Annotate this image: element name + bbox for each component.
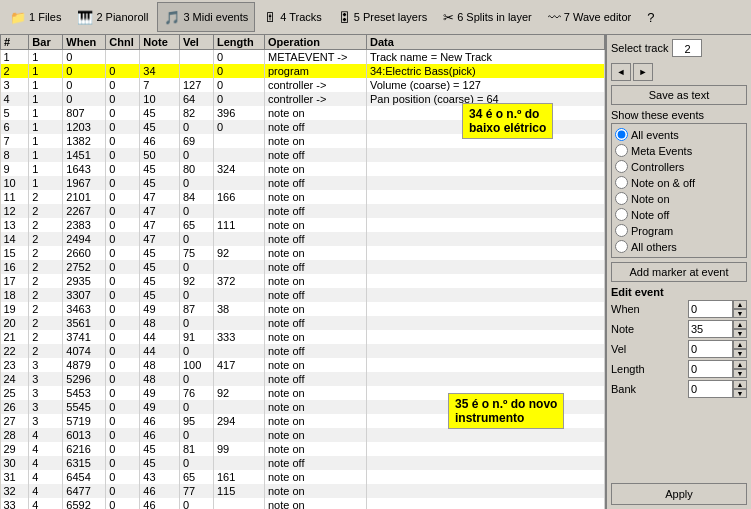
table-row[interactable]: 26355450490note on [1,400,605,414]
track-number: 2 [672,39,702,57]
show-events-label: Show these events [611,109,747,121]
table-row[interactable]: 12222670470note off [1,204,605,218]
table-row[interactable]: 2100340program34:Electric Bass(pick) [1,64,605,78]
col-header-note: Note [140,35,180,50]
radio-input-note_on_off[interactable] [615,176,628,189]
radio-input-program[interactable] [615,224,628,237]
toolbar-item-preset[interactable]: 🎛5 Preset layers [331,2,434,32]
radio-label-program: Program [631,225,673,237]
track-next-button[interactable]: ► [633,63,653,81]
edit-row-when: When▲▼ [611,300,747,318]
col-header-when: When [63,35,106,50]
toolbar-item-help[interactable]: ? [640,2,664,32]
spin-up-vel[interactable]: ▲ [733,340,747,349]
save-as-text-button[interactable]: Save as text [611,85,747,105]
radio-all_others[interactable]: All others [615,239,743,254]
table-scroll-area[interactable]: #BarWhenChnlNoteVelLengthOperationData 1… [0,35,605,509]
edit-input-length[interactable] [688,360,733,378]
radio-input-all_events[interactable] [615,128,628,141]
table-row[interactable]: 30463150450note off [1,456,605,470]
table-row[interactable]: 16227520450note off [1,260,605,274]
edit-row-bank: Bank▲▼ [611,380,747,398]
radio-program[interactable]: Program [615,223,743,238]
pianoroll-icon: 🎹 [77,10,93,25]
edit-input-note[interactable] [688,320,733,338]
track-prev-button[interactable]: ◄ [611,63,631,81]
edit-label-length: Length [611,363,651,375]
apply-button[interactable]: Apply [611,483,747,505]
edit-label-vel: Vel [611,343,651,355]
table-row[interactable]: 212374104491333note on [1,330,605,344]
table-row[interactable]: 15226600457592note on [1,246,605,260]
files-icon: 📁 [10,10,26,25]
radio-label-note_off: Note off [631,209,669,221]
edit-input-vel[interactable] [688,340,733,358]
toolbar-item-wave[interactable]: 〰7 Wave editor [541,2,638,32]
toolbar-item-splits[interactable]: ✂6 Splits in layer [436,2,539,32]
radio-note_on[interactable]: Note on [615,191,743,206]
table-row[interactable]: 273571904695294note on [1,414,605,428]
select-track-row: Select track 2 [611,39,747,57]
table-row[interactable]: 22240740440note off [1,344,605,358]
table-row[interactable]: 172293504592372note on [1,274,605,288]
table-row[interactable]: 91164304580324note on [1,162,605,176]
edit-label-when: When [611,303,651,315]
radio-input-note_off[interactable] [615,208,628,221]
table-row[interactable]: 33465920460note on [1,498,605,510]
table-row[interactable]: 1100METAEVENT ->Track name = New Track [1,50,605,64]
table-row[interactable]: 71138204669note on [1,134,605,148]
toolbar-item-pianoroll[interactable]: 🎹2 Pianoroll [70,2,155,32]
table-row[interactable]: 2334879048100417note on [1,358,605,372]
table-row[interactable]: 10119670450note off [1,176,605,190]
spin-up-bank[interactable]: ▲ [733,380,747,389]
table-row[interactable]: 19234630498738note on [1,302,605,316]
table-row[interactable]: 410010640controller ->Pan position (coar… [1,92,605,106]
add-marker-button[interactable]: Add marker at event [611,262,747,282]
toolbar-item-files[interactable]: 📁1 Files [3,2,68,32]
table-row[interactable]: 112210104784166note on [1,190,605,204]
spin-down-length[interactable]: ▼ [733,369,747,378]
radio-input-controllers[interactable] [615,160,628,173]
table-row[interactable]: 20235610480note off [1,316,605,330]
toolbar-item-tracks[interactable]: 🎚4 Tracks [257,2,329,32]
spin-down-when[interactable]: ▼ [733,309,747,318]
events-table: #BarWhenChnlNoteVelLengthOperationData 1… [0,35,605,509]
track-nav: ◄ ► [611,63,747,81]
spin-up-when[interactable]: ▲ [733,300,747,309]
radio-meta_events[interactable]: Meta Events [615,143,743,158]
spin-down-bank[interactable]: ▼ [733,389,747,398]
radio-note_on_off[interactable]: Note on & off [615,175,743,190]
radio-input-note_on[interactable] [615,192,628,205]
spin-up-note[interactable]: ▲ [733,320,747,329]
toolbar: 📁1 Files🎹2 Pianoroll🎵3 Midi events🎚4 Tra… [0,0,751,35]
edit-input-bank[interactable] [688,380,733,398]
table-row[interactable]: 24352960480note off [1,372,605,386]
spin-up-length[interactable]: ▲ [733,360,747,369]
table-row[interactable]: 28460130460note on [1,428,605,442]
radio-label-meta_events: Meta Events [631,145,692,157]
table-row[interactable]: 324647704677115note on [1,484,605,498]
table-row[interactable]: 314645404365161note on [1,470,605,484]
table-row[interactable]: 8114510500note off [1,148,605,162]
table-row[interactable]: 25354530497692note on [1,386,605,400]
radio-input-all_others[interactable] [615,240,628,253]
table-row[interactable]: 29462160458199note on [1,442,605,456]
help-icon: ? [647,10,654,25]
table-row[interactable]: 18233070450note off [1,288,605,302]
radio-input-meta_events[interactable] [615,144,628,157]
table-row[interactable]: 61120304500note off [1,120,605,134]
toolbar-item-midi[interactable]: 🎵3 Midi events [157,2,255,32]
table-row[interactable]: 14224940470note off [1,232,605,246]
radio-note_off[interactable]: Note off [615,207,743,222]
radio-controllers[interactable]: Controllers [615,159,743,174]
table-row[interactable]: 132238304765111note on [1,218,605,232]
midi-icon: 🎵 [164,10,180,25]
radio-all_events[interactable]: All events [615,127,743,142]
spin-down-note[interactable]: ▼ [733,329,747,338]
table-row[interactable]: 5180704582396note on [1,106,605,120]
spin-down-vel[interactable]: ▼ [733,349,747,358]
radio-label-all_others: All others [631,241,677,253]
edit-input-when[interactable] [688,300,733,318]
table-row[interactable]: 310071270controller ->Volume (coarse) = … [1,78,605,92]
edit-label-bank: Bank [611,383,651,395]
